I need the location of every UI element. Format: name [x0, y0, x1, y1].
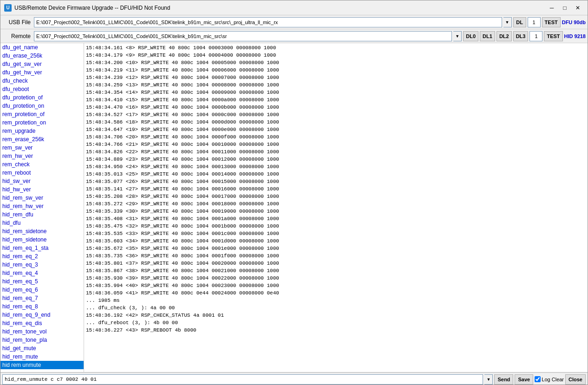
list-item[interactable]: rem_sw_ver	[0, 144, 84, 152]
command-dropdown[interactable]: ▼	[484, 374, 493, 385]
dl2-button[interactable]: DL2	[497, 31, 512, 41]
log-line: 15:48:34.200 <10> RSP_WRITE 40 800c 1004…	[86, 59, 586, 66]
list-item[interactable]: hid_dfu	[0, 219, 84, 227]
list-item[interactable]: hid_sw_ver	[0, 177, 84, 185]
list-item[interactable]: rem_hw_ver	[0, 152, 84, 160]
list-item[interactable]: hid rem unmute	[0, 361, 84, 369]
status-bar: ▼ Send Save Log Clear Close	[0, 372, 588, 385]
db-label: 90db	[574, 20, 586, 25]
log-line: 15:48:35.339 <30> RSP_WRITE 40 800c 1004…	[86, 208, 586, 215]
command-input[interactable]	[2, 374, 483, 385]
log-line: 15:48:34.826 <22> RSP_WRITE 40 800c 1004…	[86, 148, 586, 156]
list-item[interactable]: hid_rem_eq_4	[0, 269, 84, 277]
list-item[interactable]: rem_check	[0, 160, 84, 169]
list-item[interactable]: hid_rem_eq_2	[0, 252, 84, 261]
list-item[interactable]: hid_rem_hw_ver	[0, 202, 84, 210]
log-line: 15:48:34.354 <14> RSP_WRITE 40 800c 1004…	[86, 89, 586, 96]
list-item[interactable]: dfu_get_hw_ver	[0, 68, 84, 77]
log-panel[interactable]: 15:48:34.161 <8> RSP_WRITE 40 800c 1004 …	[84, 43, 588, 372]
log-line: ... 1985 ms	[86, 297, 586, 304]
list-item[interactable]: dfu_reboot	[0, 85, 84, 93]
log-line: 15:48:34.410 <15> RSP_WRITE 40 800c 1004…	[86, 96, 586, 104]
list-item[interactable]: hid_rem_eq_8	[0, 302, 84, 311]
log-line: 15:48:35.801 <37> RSP_WRITE 40 800c 1004…	[86, 260, 586, 267]
close-button[interactable]: ✕	[572, 3, 584, 13]
list-item[interactable]: hid_rem_eq_3	[0, 261, 84, 269]
list-item[interactable]: hid_rem_eq_9_end	[0, 311, 84, 319]
list-item[interactable]: hid_rem_tone_pla	[0, 336, 84, 344]
remote-path-dropdown[interactable]: ▼	[453, 31, 462, 41]
log-line: 15:48:35.735 <36> RSP_WRITE 40 800c 1004…	[86, 252, 586, 260]
log-clear-label[interactable]: Log Clear	[535, 376, 564, 382]
log-line: 15:48:34.219 <11> RSP_WRITE 40 800c 1004…	[86, 66, 586, 74]
log-line: 15:48:36.059 <41> RSP_WRITE 40 800c 0e44…	[86, 289, 586, 297]
hid-label: HID	[564, 33, 573, 39]
log-line: 15:48:34.647 <19> RSP_WRITE 40 800c 1004…	[86, 126, 586, 133]
list-item[interactable]: hid_rem_sidetone	[0, 227, 84, 235]
log-line: 15:48:35.994 <40> RSP_WRITE 40 800c 1004…	[86, 282, 586, 289]
list-item[interactable]: hid_rem_eq_7	[0, 294, 84, 302]
list-item[interactable]: dfu_protetion_of	[0, 93, 84, 102]
list-item[interactable]: rem_reboot	[0, 169, 84, 177]
remote-label: Remote	[2, 33, 33, 39]
list-item[interactable]: hid_rem_sidetone	[0, 235, 84, 244]
list-item[interactable]: hid_hw_ver	[0, 185, 84, 194]
minimize-button[interactable]: ─	[546, 3, 558, 13]
usb-file-row: USB File ▼ DL TEST DFU 90db	[0, 15, 588, 29]
list-item[interactable]: hid_rem_eq_dis	[0, 319, 84, 327]
remote-dl-num-input[interactable]	[529, 31, 542, 41]
log-line: 15:48:35.475 <32> RSP_WRITE 40 800c 1004…	[86, 222, 586, 230]
close-main-button[interactable]: Close	[565, 374, 586, 385]
remote-row: Remote ▼ DL0 DL1 DL2 DL3 TEST HID 9218	[0, 29, 588, 43]
list-item[interactable]: dfu_protetion_on	[0, 102, 84, 110]
list-item[interactable]: hid_rem_sw_ver	[0, 194, 84, 202]
log-line: 15:48:34.586 <18> RSP_WRITE 40 800c 1004…	[86, 118, 586, 126]
log-line: 15:48:35.408 <31> RSP_WRITE 40 800c 1004…	[86, 215, 586, 222]
log-line: 15:48:35.013 <25> RSP_WRITE 40 800c 1004…	[86, 170, 586, 178]
log-line: 15:48:35.603 <34> RSP_WRITE 40 800c 1004…	[86, 237, 586, 245]
dl-button[interactable]: DL	[513, 17, 526, 27]
log-clear-checkbox[interactable]	[535, 376, 541, 382]
log-line: 15:48:34.950 <24> RSP_WRITE 40 800c 1004…	[86, 163, 586, 170]
test-button-remote[interactable]: TEST	[544, 31, 562, 41]
save-button[interactable]: Save	[515, 374, 533, 385]
list-item[interactable]: hid_rem_eq_5	[0, 277, 84, 286]
log-line: 15:48:35.930 <39> RSP_WRITE 40 800c 1004…	[86, 274, 586, 282]
usb-path-input[interactable]	[34, 17, 502, 27]
log-line: 15:48:34.470 <16> RSP_WRITE 40 800c 1004…	[86, 104, 586, 111]
list-item[interactable]: hid_rem_tone_vol	[0, 327, 84, 336]
remote-path-input[interactable]	[34, 31, 452, 41]
dl-num-input[interactable]	[528, 17, 541, 27]
list-item[interactable]: hid_rem_mute	[0, 352, 84, 361]
test-button-usb[interactable]: TEST	[542, 17, 561, 27]
log-line: 15:48:34.766 <21> RSP_WRITE 40 800c 1004…	[86, 141, 586, 148]
log-line: ... dfu_check (3, ): 4a 00 00	[86, 304, 586, 312]
command-list[interactable]: dfu_get_namedfu_erase_256kdfu_get_sw_ver…	[0, 43, 84, 372]
list-item[interactable]: rem_erase_256k	[0, 135, 84, 144]
log-line: 15:48:34.259 <13> RSP_WRITE 40 800c 1004…	[86, 81, 586, 89]
list-item[interactable]: dfu_erase_256k	[0, 52, 84, 60]
list-item[interactable]: dfu_get_name	[0, 43, 84, 52]
hid-num-label: 9218	[575, 33, 586, 39]
list-item[interactable]: hid_rem_dfu	[0, 210, 84, 219]
maximize-button[interactable]: □	[559, 3, 571, 13]
list-item[interactable]: rem_upgrade	[0, 127, 84, 135]
log-line: 15:48:35.077 <26> RSP_WRITE 40 800c 1004…	[86, 178, 586, 185]
log-line: 15:48:34.239 <12> RSP_WRITE 40 800c 1004…	[86, 74, 586, 81]
list-item[interactable]: dfu_get_sw_ver	[0, 60, 84, 68]
usb-path-dropdown[interactable]: ▼	[503, 17, 512, 27]
dl3-button[interactable]: DL3	[513, 31, 529, 41]
list-item[interactable]: rem_protetion_on	[0, 118, 84, 127]
log-line: 15:48:34.161 <8> RSP_WRITE 40 800c 1004 …	[86, 44, 586, 52]
list-item[interactable]: hid_get_mute	[0, 344, 84, 352]
dl0-button[interactable]: DL0	[463, 31, 478, 41]
list-item[interactable]: rem_protetion_of	[0, 110, 84, 118]
log-line: 15:48:35.208 <28> RSP_WRITE 40 800c 1004…	[86, 193, 586, 200]
list-item[interactable]: hid_rem_eq_6	[0, 286, 84, 294]
log-line: 15:48:35.272 <29> RSP_WRITE 40 800c 1004…	[86, 200, 586, 208]
list-item[interactable]: hid_rem_eq_1_sta	[0, 244, 84, 252]
send-button[interactable]: Send	[494, 374, 513, 385]
dl1-button[interactable]: DL1	[480, 31, 495, 41]
main-area: dfu_get_namedfu_erase_256kdfu_get_sw_ver…	[0, 43, 588, 372]
list-item[interactable]: dfu_check	[0, 77, 84, 85]
